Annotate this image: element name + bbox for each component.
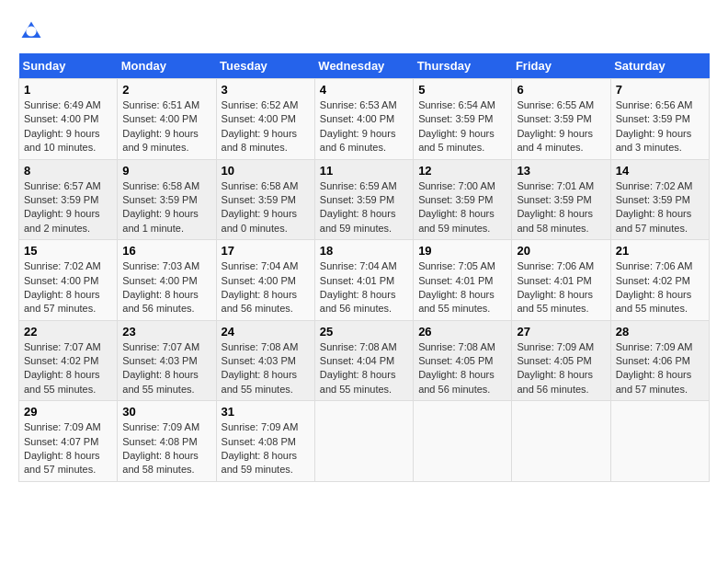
day-detail: Sunrise: 6:57 AMSunset: 3:59 PMDaylight:… <box>24 180 101 234</box>
weekday-header: Sunday <box>19 53 118 79</box>
day-detail: Sunrise: 6:58 AMSunset: 3:59 PMDaylight:… <box>122 180 199 234</box>
day-detail: Sunrise: 7:02 AMSunset: 4:00 PMDaylight:… <box>24 260 101 314</box>
day-number: 11 <box>320 164 408 178</box>
day-number: 28 <box>616 325 704 339</box>
calendar-cell: 20 Sunrise: 7:06 AMSunset: 4:01 PMDaylig… <box>512 240 610 321</box>
calendar-cell: 29 Sunrise: 7:09 AMSunset: 4:07 PMDaylig… <box>19 401 118 482</box>
day-detail: Sunrise: 6:59 AMSunset: 3:59 PMDaylight:… <box>320 180 397 234</box>
calendar-week-row: 8 Sunrise: 6:57 AMSunset: 3:59 PMDayligh… <box>19 159 710 240</box>
calendar-cell: 10 Sunrise: 6:58 AMSunset: 3:59 PMDaylig… <box>216 159 314 240</box>
day-detail: Sunrise: 7:08 AMSunset: 4:03 PMDaylight:… <box>222 341 299 395</box>
day-number: 5 <box>418 83 506 97</box>
day-detail: Sunrise: 7:09 AMSunset: 4:05 PMDaylight:… <box>517 341 594 395</box>
calendar-cell: 8 Sunrise: 6:57 AMSunset: 3:59 PMDayligh… <box>19 159 118 240</box>
day-detail: Sunrise: 7:08 AMSunset: 4:04 PMDaylight:… <box>320 341 397 395</box>
day-detail: Sunrise: 7:09 AMSunset: 4:08 PMDaylight:… <box>222 421 299 475</box>
calendar-header: SundayMondayTuesdayWednesdayThursdayFrid… <box>19 53 710 79</box>
day-detail: Sunrise: 7:01 AMSunset: 3:59 PMDaylight:… <box>517 180 594 234</box>
calendar-week-row: 15 Sunrise: 7:02 AMSunset: 4:00 PMDaylig… <box>19 240 710 321</box>
calendar-cell: 6 Sunrise: 6:55 AMSunset: 3:59 PMDayligh… <box>512 79 610 160</box>
calendar-cell: 16 Sunrise: 7:03 AMSunset: 4:00 PMDaylig… <box>118 240 216 321</box>
weekday-header: Friday <box>512 53 610 79</box>
day-detail: Sunrise: 6:55 AMSunset: 3:59 PMDaylight:… <box>517 99 594 153</box>
day-detail: Sunrise: 6:51 AMSunset: 4:00 PMDaylight:… <box>122 99 199 153</box>
day-number: 13 <box>517 164 605 178</box>
calendar-cell <box>314 401 413 482</box>
day-number: 30 <box>122 405 210 419</box>
day-number: 12 <box>418 164 506 178</box>
calendar-cell: 28 Sunrise: 7:09 AMSunset: 4:06 PMDaylig… <box>610 320 709 401</box>
day-number: 9 <box>122 164 210 178</box>
day-detail: Sunrise: 6:58 AMSunset: 3:59 PMDaylight:… <box>222 180 299 234</box>
weekday-header: Thursday <box>414 53 512 79</box>
days-of-week-row: SundayMondayTuesdayWednesdayThursdayFrid… <box>19 53 710 79</box>
day-number: 22 <box>24 325 112 339</box>
calendar-cell: 12 Sunrise: 7:00 AMSunset: 3:59 PMDaylig… <box>414 159 512 240</box>
calendar-cell: 21 Sunrise: 7:06 AMSunset: 4:02 PMDaylig… <box>610 240 709 321</box>
day-number: 7 <box>616 83 704 97</box>
day-detail: Sunrise: 7:09 AMSunset: 4:08 PMDaylight:… <box>122 421 199 475</box>
day-detail: Sunrise: 7:00 AMSunset: 3:59 PMDaylight:… <box>418 180 495 234</box>
day-number: 26 <box>418 325 506 339</box>
day-detail: Sunrise: 7:05 AMSunset: 4:01 PMDaylight:… <box>418 260 495 314</box>
calendar-cell: 24 Sunrise: 7:08 AMSunset: 4:03 PMDaylig… <box>216 320 314 401</box>
logo-icon <box>18 18 44 44</box>
day-number: 27 <box>517 325 605 339</box>
page-header <box>18 18 710 44</box>
calendar-cell: 31 Sunrise: 7:09 AMSunset: 4:08 PMDaylig… <box>216 401 314 482</box>
day-detail: Sunrise: 6:54 AMSunset: 3:59 PMDaylight:… <box>418 99 495 153</box>
calendar-cell: 27 Sunrise: 7:09 AMSunset: 4:05 PMDaylig… <box>512 320 610 401</box>
weekday-header: Wednesday <box>314 53 413 79</box>
day-number: 20 <box>517 244 605 258</box>
calendar-body: 1 Sunrise: 6:49 AMSunset: 4:00 PMDayligh… <box>19 79 710 482</box>
day-detail: Sunrise: 7:02 AMSunset: 3:59 PMDaylight:… <box>616 180 693 234</box>
calendar-cell: 22 Sunrise: 7:07 AMSunset: 4:02 PMDaylig… <box>19 320 118 401</box>
calendar-week-row: 29 Sunrise: 7:09 AMSunset: 4:07 PMDaylig… <box>19 401 710 482</box>
day-number: 29 <box>24 405 112 419</box>
calendar-cell: 30 Sunrise: 7:09 AMSunset: 4:08 PMDaylig… <box>118 401 216 482</box>
day-number: 14 <box>616 164 704 178</box>
day-number: 10 <box>222 164 310 178</box>
day-number: 4 <box>320 83 408 97</box>
weekday-header: Monday <box>118 53 216 79</box>
calendar-cell: 9 Sunrise: 6:58 AMSunset: 3:59 PMDayligh… <box>118 159 216 240</box>
calendar-week-row: 1 Sunrise: 6:49 AMSunset: 4:00 PMDayligh… <box>19 79 710 160</box>
day-detail: Sunrise: 7:06 AMSunset: 4:02 PMDaylight:… <box>616 260 693 314</box>
day-number: 23 <box>122 325 210 339</box>
day-number: 17 <box>222 244 310 258</box>
day-number: 6 <box>517 83 605 97</box>
calendar-cell: 18 Sunrise: 7:04 AMSunset: 4:01 PMDaylig… <box>314 240 413 321</box>
day-detail: Sunrise: 7:09 AMSunset: 4:06 PMDaylight:… <box>616 341 693 395</box>
day-detail: Sunrise: 7:07 AMSunset: 4:02 PMDaylight:… <box>24 341 101 395</box>
day-number: 16 <box>122 244 210 258</box>
day-detail: Sunrise: 7:09 AMSunset: 4:07 PMDaylight:… <box>24 421 101 475</box>
calendar-cell: 4 Sunrise: 6:53 AMSunset: 4:00 PMDayligh… <box>314 79 413 160</box>
day-detail: Sunrise: 7:07 AMSunset: 4:03 PMDaylight:… <box>122 341 199 395</box>
day-detail: Sunrise: 6:56 AMSunset: 3:59 PMDaylight:… <box>616 99 693 153</box>
day-detail: Sunrise: 7:06 AMSunset: 4:01 PMDaylight:… <box>517 260 594 314</box>
day-number: 19 <box>418 244 506 258</box>
calendar-cell: 26 Sunrise: 7:08 AMSunset: 4:05 PMDaylig… <box>414 320 512 401</box>
day-detail: Sunrise: 6:49 AMSunset: 4:00 PMDaylight:… <box>24 99 101 153</box>
calendar-cell: 13 Sunrise: 7:01 AMSunset: 3:59 PMDaylig… <box>512 159 610 240</box>
calendar-cell: 7 Sunrise: 6:56 AMSunset: 3:59 PMDayligh… <box>610 79 709 160</box>
calendar-cell: 5 Sunrise: 6:54 AMSunset: 3:59 PMDayligh… <box>414 79 512 160</box>
calendar-cell: 11 Sunrise: 6:59 AMSunset: 3:59 PMDaylig… <box>314 159 413 240</box>
day-number: 31 <box>222 405 310 419</box>
weekday-header: Saturday <box>610 53 709 79</box>
day-number: 1 <box>24 83 112 97</box>
day-number: 24 <box>222 325 310 339</box>
calendar-week-row: 22 Sunrise: 7:07 AMSunset: 4:02 PMDaylig… <box>19 320 710 401</box>
weekday-header: Tuesday <box>216 53 314 79</box>
day-number: 15 <box>24 244 112 258</box>
calendar-cell: 25 Sunrise: 7:08 AMSunset: 4:04 PMDaylig… <box>314 320 413 401</box>
calendar-cell: 14 Sunrise: 7:02 AMSunset: 3:59 PMDaylig… <box>610 159 709 240</box>
calendar-cell <box>512 401 610 482</box>
svg-point-1 <box>26 26 36 36</box>
calendar-cell <box>610 401 709 482</box>
calendar-table: SundayMondayTuesdayWednesdayThursdayFrid… <box>18 53 710 482</box>
day-detail: Sunrise: 6:52 AMSunset: 4:00 PMDaylight:… <box>222 99 299 153</box>
calendar-cell: 17 Sunrise: 7:04 AMSunset: 4:00 PMDaylig… <box>216 240 314 321</box>
day-number: 2 <box>122 83 210 97</box>
calendar-cell: 15 Sunrise: 7:02 AMSunset: 4:00 PMDaylig… <box>19 240 118 321</box>
